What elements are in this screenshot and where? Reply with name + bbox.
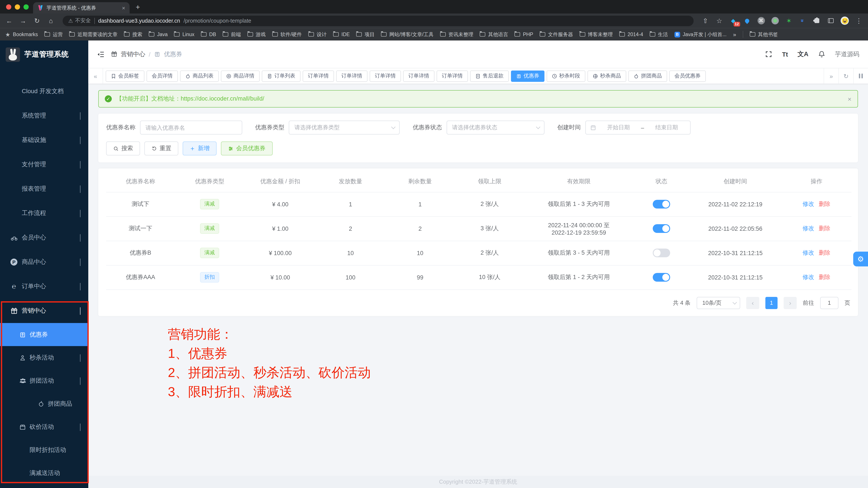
- sidebar-item-groupon[interactable]: 拼团活动: [0, 369, 88, 392]
- delete-link[interactable]: 删除: [819, 225, 830, 232]
- notification-bell-button[interactable]: [818, 51, 826, 58]
- username[interactable]: 芋道源码: [835, 50, 859, 58]
- bookmark-folder[interactable]: 资讯未整理: [440, 31, 473, 38]
- extension-pin-icon[interactable]: [743, 17, 751, 25]
- tab-member-detail[interactable]: 会员详情: [147, 70, 178, 82]
- sidebar-item-product-center[interactable]: P 商品中心: [0, 250, 88, 274]
- reload-button[interactable]: ↻: [33, 17, 41, 25]
- bookmark-folder[interactable]: 搜索: [124, 31, 142, 38]
- bookmark-folder[interactable]: 近期需要读的文章: [69, 31, 117, 38]
- date-range-picker[interactable]: 开始日期 – 结束日期: [585, 121, 690, 135]
- browser-menu-button[interactable]: ⋮: [855, 17, 863, 25]
- layout-columns-button[interactable]: [853, 68, 868, 84]
- sidebar-item-workflow[interactable]: 工作流程: [0, 201, 88, 226]
- breadcrumb-parent[interactable]: 营销中心: [121, 50, 145, 58]
- language-button[interactable]: 文A: [798, 50, 808, 58]
- status-toggle-on[interactable]: [653, 200, 670, 208]
- refresh-page-button[interactable]: ↻: [838, 68, 853, 84]
- zoom-window-button[interactable]: [24, 4, 29, 9]
- other-bookmarks[interactable]: 其他书签: [750, 31, 778, 38]
- tab-order-detail[interactable]: 订单详情: [336, 70, 368, 82]
- bookmark-folder[interactable]: 文件服务器: [540, 31, 573, 38]
- extensions-puzzle-button[interactable]: [813, 17, 820, 25]
- sidebar-item-groupon-product[interactable]: 拼团商品: [0, 392, 88, 415]
- delete-link[interactable]: 删除: [819, 200, 830, 208]
- font-size-button[interactable]: Tt: [782, 51, 788, 58]
- sidebar-item-infra[interactable]: 基础设施: [0, 128, 88, 152]
- browser-tab[interactable]: 芋道管理系统 - 优惠券 ×: [33, 2, 130, 13]
- profile-avatar[interactable]: [841, 17, 849, 25]
- bookmarks-root[interactable]: ★ Bookmarks: [5, 31, 38, 38]
- tab-member-coupon[interactable]: 会员优惠券: [669, 70, 706, 82]
- scroll-tabs-right-button[interactable]: »: [824, 68, 838, 84]
- bookmark-folder[interactable]: 博客未整理: [580, 31, 613, 38]
- bookmark-folder[interactable]: IDE: [333, 32, 350, 37]
- sidebar-item-seckill[interactable]: 秒杀活动: [0, 346, 88, 369]
- sidebar-item-report[interactable]: 报表管理: [0, 177, 88, 201]
- bookmark-folder[interactable]: 软件/硬件: [272, 31, 302, 38]
- scroll-tabs-left-button[interactable]: «: [88, 68, 103, 84]
- status-toggle-on[interactable]: [653, 224, 670, 233]
- fullscreen-button[interactable]: [765, 51, 773, 58]
- extension-tampermonkey-icon[interactable]: ◆ 12: [729, 17, 737, 25]
- coupon-status-select[interactable]: 请选择优惠券状态: [446, 121, 544, 135]
- security-chip[interactable]: ⚠ 不安全: [68, 17, 91, 24]
- tab-order-detail[interactable]: 订单详情: [403, 70, 434, 82]
- coupon-type-select[interactable]: 请选择优惠券类型: [289, 121, 400, 135]
- app-logo[interactable]: 芋道管理系统: [0, 40, 88, 68]
- page-number-active[interactable]: 1: [765, 297, 778, 309]
- minimize-window-button[interactable]: [15, 4, 20, 9]
- bookmark-folder[interactable]: 其他语言: [480, 31, 508, 38]
- sidebar-item-system[interactable]: 系统管理: [0, 104, 88, 128]
- address-bar[interactable]: ⚠ 不安全 dashboard-vue3.yudao.iocoder.cn/pr…: [63, 16, 693, 26]
- home-button[interactable]: ⌂: [47, 17, 55, 24]
- delete-link[interactable]: 删除: [819, 274, 830, 281]
- next-page-button[interactable]: ›: [784, 297, 797, 309]
- delete-link[interactable]: 删除: [819, 249, 830, 257]
- extension-shortcut-icon[interactable]: ⌘: [757, 17, 765, 25]
- bookmark-folder[interactable]: 项目: [356, 31, 375, 38]
- tab-refund[interactable]: 售后退款: [470, 70, 509, 82]
- coupon-name-input[interactable]: [140, 121, 242, 135]
- side-panel-button[interactable]: [827, 17, 835, 25]
- edit-link[interactable]: 修改: [803, 274, 814, 281]
- bookmarks-overflow-button[interactable]: »: [733, 31, 736, 38]
- notice-link[interactable]: https://doc.iocoder.cn/mall/build/: [181, 95, 264, 102]
- bookmark-folder[interactable]: Java: [149, 32, 168, 37]
- edit-link[interactable]: 修改: [803, 200, 814, 208]
- bookmark-folder[interactable]: 生活: [650, 31, 668, 38]
- sidebar-item-coupon[interactable]: 优惠券: [0, 323, 88, 346]
- sidebar-item-order-center[interactable]: ℮ 订单中心: [0, 274, 88, 298]
- goto-page-input[interactable]: [820, 297, 838, 309]
- tab-order-detail[interactable]: 订单详情: [437, 70, 468, 82]
- bookmark-folder[interactable]: 运营: [44, 31, 63, 38]
- collapse-sidebar-button[interactable]: [97, 50, 105, 58]
- settings-fab-button[interactable]: ⚙: [853, 252, 868, 266]
- tab-order-detail[interactable]: 订单详情: [303, 70, 334, 82]
- sidebar-item-cloud-docs[interactable]: Cloud 开发文档: [0, 79, 88, 104]
- bookmark-folder[interactable]: PHP: [515, 32, 533, 37]
- notice-close-button[interactable]: ×: [847, 95, 851, 103]
- sidebar-item-bargain[interactable]: 砍价活动: [0, 415, 88, 438]
- tab-order-detail[interactable]: 订单详情: [370, 70, 401, 82]
- tab-product-list[interactable]: 商品列表: [180, 70, 219, 82]
- tab-seckill-product[interactable]: 秒杀商品: [588, 70, 626, 82]
- bookmark-folder[interactable]: 设计: [308, 31, 327, 38]
- sidebar-item-discount[interactable]: 限时折扣活动: [0, 438, 88, 461]
- bookmark-folder[interactable]: Linux: [174, 32, 194, 37]
- bookmark-folder[interactable]: 2014-4: [619, 32, 643, 37]
- search-button[interactable]: 搜索: [106, 142, 140, 155]
- new-tab-button[interactable]: +: [136, 3, 140, 12]
- sidebar-item-marketing-center[interactable]: 营销中心: [0, 298, 88, 323]
- create-button[interactable]: 新增: [183, 142, 217, 155]
- extension-recorder-icon[interactable]: [771, 17, 779, 25]
- sidebar-item-member-center[interactable]: 会员中心: [0, 226, 88, 250]
- bookmark-folder[interactable]: 网站/博客/文章/工具: [381, 31, 434, 38]
- extension-downloads-icon[interactable]: »: [799, 17, 807, 25]
- tab-coupon-active[interactable]: 优惠券: [511, 70, 545, 82]
- tab-seckill-time[interactable]: 秒杀时段: [547, 70, 585, 82]
- bookmark-site[interactable]: BJava开发 | 小组首...: [675, 31, 727, 38]
- edit-link[interactable]: 修改: [803, 249, 814, 257]
- bookmark-folder[interactable]: 前端: [223, 31, 241, 38]
- sidebar-item-reward[interactable]: 满减送活动: [0, 461, 88, 485]
